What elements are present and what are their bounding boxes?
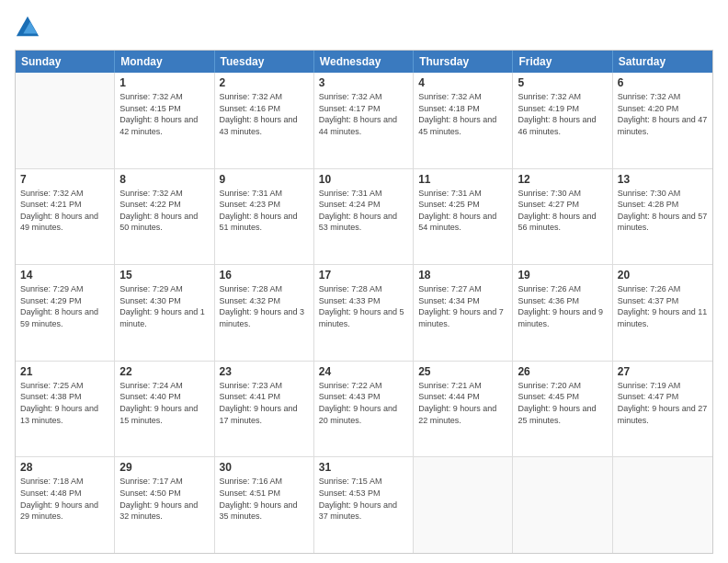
calendar-row-4: 21Sunrise: 7:25 AMSunset: 4:38 PMDayligh… bbox=[16, 362, 712, 458]
day-info: Sunrise: 7:29 AMSunset: 4:30 PMDaylight:… bbox=[119, 283, 209, 329]
calendar-header: SundayMondayTuesdayWednesdayThursdayFrid… bbox=[16, 51, 712, 73]
day-info: Sunrise: 7:23 AMSunset: 4:41 PMDaylight:… bbox=[220, 380, 309, 426]
day-number: 8 bbox=[119, 173, 209, 186]
header-day-thursday: Thursday bbox=[414, 51, 513, 73]
day-info: Sunrise: 7:31 AMSunset: 4:24 PMDaylight:… bbox=[319, 188, 408, 234]
calendar-cell-2-5: 11Sunrise: 7:31 AMSunset: 4:25 PMDayligh… bbox=[414, 169, 513, 265]
header-day-tuesday: Tuesday bbox=[215, 51, 314, 73]
day-number: 13 bbox=[618, 173, 708, 186]
header-day-wednesday: Wednesday bbox=[314, 51, 414, 73]
calendar-cell-1-4: 3Sunrise: 7:32 AMSunset: 4:17 PMDaylight… bbox=[314, 73, 414, 168]
day-number: 6 bbox=[618, 76, 708, 89]
day-info: Sunrise: 7:30 AMSunset: 4:28 PMDaylight:… bbox=[618, 188, 708, 234]
day-info: Sunrise: 7:32 AMSunset: 4:22 PMDaylight:… bbox=[119, 188, 209, 234]
day-number: 29 bbox=[119, 461, 209, 474]
day-info: Sunrise: 7:31 AMSunset: 4:23 PMDaylight:… bbox=[220, 188, 309, 234]
day-number: 25 bbox=[418, 365, 507, 378]
calendar-cell-3-5: 18Sunrise: 7:27 AMSunset: 4:34 PMDayligh… bbox=[414, 265, 513, 361]
day-info: Sunrise: 7:28 AMSunset: 4:32 PMDaylight:… bbox=[220, 283, 309, 329]
day-number: 30 bbox=[220, 461, 309, 474]
calendar-cell-5-2: 29Sunrise: 7:17 AMSunset: 4:50 PMDayligh… bbox=[115, 457, 214, 553]
day-number: 5 bbox=[518, 76, 607, 89]
calendar-cell-2-4: 10Sunrise: 7:31 AMSunset: 4:24 PMDayligh… bbox=[314, 169, 414, 265]
day-info: Sunrise: 7:32 AMSunset: 4:19 PMDaylight:… bbox=[518, 91, 607, 137]
calendar-cell-3-1: 14Sunrise: 7:29 AMSunset: 4:29 PMDayligh… bbox=[16, 265, 115, 361]
day-number: 17 bbox=[319, 269, 408, 282]
day-info: Sunrise: 7:25 AMSunset: 4:38 PMDaylight:… bbox=[20, 380, 109, 426]
day-number: 21 bbox=[20, 365, 109, 378]
day-info: Sunrise: 7:15 AMSunset: 4:53 PMDaylight:… bbox=[319, 476, 408, 522]
logo bbox=[15, 15, 44, 40]
calendar-cell-1-1 bbox=[16, 73, 115, 168]
day-info: Sunrise: 7:18 AMSunset: 4:48 PMDaylight:… bbox=[20, 476, 109, 522]
header-day-saturday: Saturday bbox=[613, 51, 712, 73]
calendar-cell-1-7: 6Sunrise: 7:32 AMSunset: 4:20 PMDaylight… bbox=[613, 73, 712, 168]
calendar-cell-4-4: 24Sunrise: 7:22 AMSunset: 4:43 PMDayligh… bbox=[314, 362, 414, 457]
day-info: Sunrise: 7:30 AMSunset: 4:27 PMDaylight:… bbox=[518, 188, 607, 234]
day-info: Sunrise: 7:17 AMSunset: 4:50 PMDaylight:… bbox=[119, 476, 209, 522]
calendar-cell-1-2: 1Sunrise: 7:32 AMSunset: 4:15 PMDaylight… bbox=[115, 73, 214, 168]
day-info: Sunrise: 7:26 AMSunset: 4:37 PMDaylight:… bbox=[618, 283, 708, 329]
calendar-cell-5-1: 28Sunrise: 7:18 AMSunset: 4:48 PMDayligh… bbox=[16, 457, 115, 553]
day-number: 15 bbox=[119, 269, 209, 282]
day-info: Sunrise: 7:21 AMSunset: 4:44 PMDaylight:… bbox=[418, 380, 507, 426]
page: SundayMondayTuesdayWednesdayThursdayFrid… bbox=[0, 0, 728, 563]
calendar-cell-2-1: 7Sunrise: 7:32 AMSunset: 4:21 PMDaylight… bbox=[16, 169, 115, 265]
day-number: 4 bbox=[418, 76, 507, 89]
calendar-cell-3-7: 20Sunrise: 7:26 AMSunset: 4:37 PMDayligh… bbox=[613, 265, 712, 361]
calendar-row-5: 28Sunrise: 7:18 AMSunset: 4:48 PMDayligh… bbox=[16, 457, 712, 553]
header-day-friday: Friday bbox=[513, 51, 612, 73]
calendar-cell-4-2: 22Sunrise: 7:24 AMSunset: 4:40 PMDayligh… bbox=[115, 362, 214, 457]
day-info: Sunrise: 7:19 AMSunset: 4:47 PMDaylight:… bbox=[618, 380, 708, 426]
calendar-cell-5-7 bbox=[613, 457, 712, 553]
calendar-row-3: 14Sunrise: 7:29 AMSunset: 4:29 PMDayligh… bbox=[16, 265, 712, 362]
day-number: 16 bbox=[220, 269, 309, 282]
calendar-cell-5-4: 31Sunrise: 7:15 AMSunset: 4:53 PMDayligh… bbox=[314, 457, 414, 553]
logo-icon bbox=[15, 15, 40, 40]
day-number: 23 bbox=[220, 365, 309, 378]
day-info: Sunrise: 7:32 AMSunset: 4:16 PMDaylight:… bbox=[220, 91, 309, 137]
calendar-cell-3-4: 17Sunrise: 7:28 AMSunset: 4:33 PMDayligh… bbox=[314, 265, 414, 361]
day-number: 14 bbox=[20, 269, 109, 282]
day-number: 2 bbox=[220, 76, 309, 89]
day-number: 20 bbox=[618, 269, 708, 282]
day-number: 7 bbox=[20, 173, 109, 186]
calendar-cell-3-2: 15Sunrise: 7:29 AMSunset: 4:30 PMDayligh… bbox=[115, 265, 214, 361]
calendar-cell-3-6: 19Sunrise: 7:26 AMSunset: 4:36 PMDayligh… bbox=[513, 265, 612, 361]
header bbox=[15, 15, 713, 40]
day-number: 27 bbox=[618, 365, 708, 378]
day-info: Sunrise: 7:27 AMSunset: 4:34 PMDaylight:… bbox=[418, 283, 507, 329]
day-number: 28 bbox=[20, 461, 109, 474]
day-number: 31 bbox=[319, 461, 408, 474]
calendar-cell-5-5 bbox=[414, 457, 513, 553]
day-number: 24 bbox=[319, 365, 408, 378]
day-info: Sunrise: 7:22 AMSunset: 4:43 PMDaylight:… bbox=[319, 380, 408, 426]
calendar: SundayMondayTuesdayWednesdayThursdayFrid… bbox=[15, 50, 713, 554]
day-info: Sunrise: 7:32 AMSunset: 4:15 PMDaylight:… bbox=[119, 91, 209, 137]
day-info: Sunrise: 7:26 AMSunset: 4:36 PMDaylight:… bbox=[518, 283, 607, 329]
calendar-cell-4-3: 23Sunrise: 7:23 AMSunset: 4:41 PMDayligh… bbox=[215, 362, 314, 457]
day-info: Sunrise: 7:31 AMSunset: 4:25 PMDaylight:… bbox=[418, 188, 507, 234]
day-info: Sunrise: 7:29 AMSunset: 4:29 PMDaylight:… bbox=[20, 283, 109, 329]
header-day-sunday: Sunday bbox=[16, 51, 115, 73]
day-info: Sunrise: 7:32 AMSunset: 4:20 PMDaylight:… bbox=[618, 91, 708, 137]
day-info: Sunrise: 7:32 AMSunset: 4:17 PMDaylight:… bbox=[319, 91, 408, 137]
day-info: Sunrise: 7:16 AMSunset: 4:51 PMDaylight:… bbox=[220, 476, 309, 522]
day-number: 12 bbox=[518, 173, 607, 186]
calendar-cell-4-6: 26Sunrise: 7:20 AMSunset: 4:45 PMDayligh… bbox=[513, 362, 612, 457]
calendar-cell-1-3: 2Sunrise: 7:32 AMSunset: 4:16 PMDaylight… bbox=[215, 73, 314, 168]
day-info: Sunrise: 7:32 AMSunset: 4:21 PMDaylight:… bbox=[20, 188, 109, 234]
day-info: Sunrise: 7:24 AMSunset: 4:40 PMDaylight:… bbox=[119, 380, 209, 426]
calendar-body: 1Sunrise: 7:32 AMSunset: 4:15 PMDaylight… bbox=[16, 73, 712, 553]
calendar-cell-5-6 bbox=[513, 457, 612, 553]
calendar-cell-4-7: 27Sunrise: 7:19 AMSunset: 4:47 PMDayligh… bbox=[613, 362, 712, 457]
day-number: 10 bbox=[319, 173, 408, 186]
day-number: 26 bbox=[518, 365, 607, 378]
calendar-row-1: 1Sunrise: 7:32 AMSunset: 4:15 PMDaylight… bbox=[16, 73, 712, 169]
calendar-cell-2-6: 12Sunrise: 7:30 AMSunset: 4:27 PMDayligh… bbox=[513, 169, 612, 265]
day-info: Sunrise: 7:20 AMSunset: 4:45 PMDaylight:… bbox=[518, 380, 607, 426]
day-number: 9 bbox=[220, 173, 309, 186]
calendar-cell-3-3: 16Sunrise: 7:28 AMSunset: 4:32 PMDayligh… bbox=[215, 265, 314, 361]
day-info: Sunrise: 7:28 AMSunset: 4:33 PMDaylight:… bbox=[319, 283, 408, 329]
calendar-cell-5-3: 30Sunrise: 7:16 AMSunset: 4:51 PMDayligh… bbox=[215, 457, 314, 553]
